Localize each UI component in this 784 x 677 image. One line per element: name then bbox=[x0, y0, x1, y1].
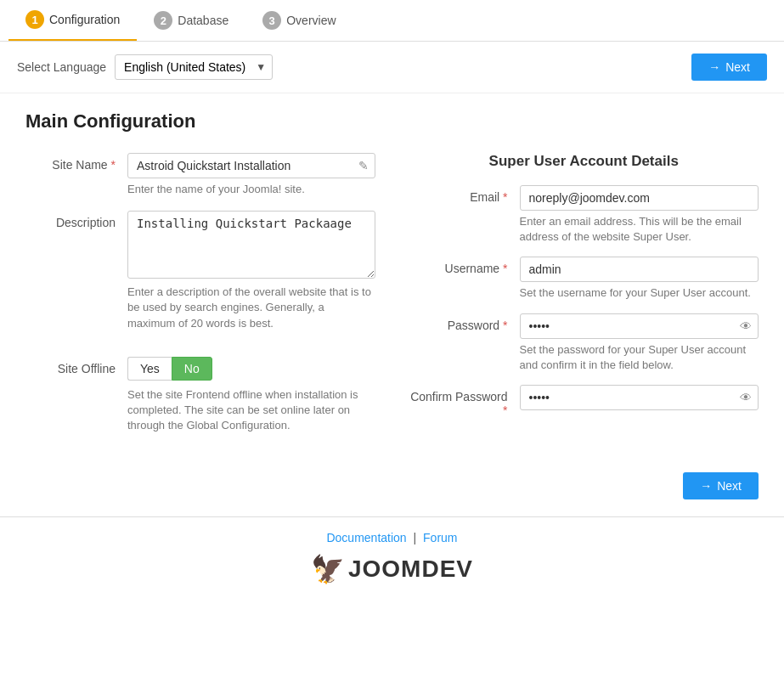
site-offline-toggle-group: Yes No bbox=[127, 357, 375, 381]
site-name-help: Enter the name of your Joomla! site. bbox=[127, 182, 375, 197]
tab-overview[interactable]: 3 Overview bbox=[245, 1, 353, 40]
site-offline-row: Site Offline Yes No Set the site Fronten… bbox=[25, 357, 375, 434]
email-help: Enter an email address. This will be the… bbox=[520, 214, 759, 245]
two-col-layout: Site Name * ✎ Enter the name of your Joo… bbox=[25, 153, 759, 447]
password-input-wrapper: 👁 bbox=[520, 313, 759, 339]
confirm-password-required: * bbox=[503, 403, 507, 417]
lang-select-group: Select Language English (United States) … bbox=[17, 54, 273, 80]
bottom-nav: → Next bbox=[0, 464, 784, 516]
lang-select[interactable]: English (United States) bbox=[115, 54, 273, 80]
site-name-required: * bbox=[111, 158, 116, 172]
tab-configuration[interactable]: 1 Configuration bbox=[8, 0, 137, 41]
next-label-bottom: Next bbox=[717, 479, 742, 493]
tab-num-overview: 3 bbox=[262, 11, 281, 30]
tab-label-configuration: Configuration bbox=[49, 13, 120, 26]
page-footer: Documentation | Forum 🦅 JOOMDEV bbox=[0, 516, 784, 602]
next-button-bottom[interactable]: → Next bbox=[683, 472, 759, 499]
username-control: Set the username for your Super User acc… bbox=[520, 257, 759, 301]
confirm-password-input-wrapper: 👁 bbox=[520, 385, 759, 410]
footer-logo: 🦅 JOOMDEV bbox=[0, 553, 784, 585]
confirm-password-input[interactable] bbox=[520, 385, 759, 410]
password-control: 👁 Set the password for your Super User a… bbox=[520, 313, 759, 373]
site-name-control: ✎ Enter the name of your Joomla! site. bbox=[127, 153, 375, 197]
left-column: Site Name * ✎ Enter the name of your Joo… bbox=[25, 153, 375, 447]
next-label-top: Next bbox=[725, 60, 750, 74]
description-label: Description bbox=[25, 211, 127, 229]
description-control: Installing Quickstart Packaage Enter a d… bbox=[127, 211, 375, 331]
tabs-bar: 1 Configuration 2 Database 3 Overview bbox=[0, 0, 784, 42]
description-help: Enter a description of the overall websi… bbox=[127, 285, 375, 331]
site-name-label: Site Name * bbox=[25, 153, 127, 172]
lang-select-wrapper: English (United States) ▼ bbox=[115, 54, 273, 80]
section-title: Main Configuration bbox=[25, 110, 759, 133]
email-control: Enter an email address. This will be the… bbox=[520, 185, 759, 245]
confirm-password-label: Confirm Password * bbox=[409, 385, 520, 417]
tab-num-database: 2 bbox=[154, 11, 172, 30]
site-name-input[interactable] bbox=[127, 153, 375, 178]
site-offline-label: Site Offline bbox=[25, 357, 127, 375]
site-offline-no-button[interactable]: No bbox=[172, 357, 212, 381]
email-label: Email * bbox=[409, 185, 520, 204]
site-name-input-wrapper: ✎ bbox=[127, 153, 375, 178]
super-user-title: Super User Account Details bbox=[409, 153, 759, 170]
site-offline-control: Yes No Set the site Frontend offline whe… bbox=[127, 357, 375, 434]
email-input[interactable] bbox=[520, 185, 759, 211]
password-toggle-icon[interactable]: 👁 bbox=[740, 319, 752, 333]
right-column: Super User Account Details Email * Enter… bbox=[409, 153, 759, 447]
username-input[interactable] bbox=[520, 257, 759, 282]
username-label: Username * bbox=[409, 257, 520, 275]
confirm-password-control: 👁 bbox=[520, 385, 759, 410]
email-required: * bbox=[503, 190, 507, 204]
password-label: Password * bbox=[409, 313, 520, 332]
password-input[interactable] bbox=[520, 313, 759, 339]
docs-link[interactable]: Documentation bbox=[326, 531, 406, 544]
tab-label-database: Database bbox=[178, 14, 228, 27]
email-row: Email * Enter an email address. This wil… bbox=[409, 185, 759, 245]
username-help: Set the username for your Super User acc… bbox=[520, 285, 759, 301]
next-arrow-icon-bottom: → bbox=[700, 479, 712, 493]
confirm-password-toggle-icon[interactable]: 👁 bbox=[740, 391, 752, 404]
main-content: Main Configuration Site Name * ✎ Enter t… bbox=[0, 93, 784, 464]
next-button-top[interactable]: → Next bbox=[691, 54, 767, 81]
logo-bird-icon: 🦅 bbox=[311, 553, 345, 585]
site-name-edit-icon[interactable]: ✎ bbox=[358, 159, 369, 172]
username-row: Username * Set the username for your Sup… bbox=[409, 257, 759, 301]
password-help: Set the password for your Super User acc… bbox=[520, 342, 759, 373]
tab-num-configuration: 1 bbox=[25, 10, 44, 29]
footer-links: Documentation | Forum bbox=[0, 531, 784, 544]
tab-label-overview: Overview bbox=[286, 14, 336, 27]
password-required: * bbox=[503, 319, 507, 332]
site-name-row: Site Name * ✎ Enter the name of your Joo… bbox=[25, 153, 375, 197]
confirm-password-row: Confirm Password * 👁 bbox=[409, 385, 759, 417]
site-offline-yes-button[interactable]: Yes bbox=[127, 357, 172, 381]
header-row: Select Language English (United States) … bbox=[0, 42, 784, 93]
password-row: Password * 👁 Set the password for your S… bbox=[409, 313, 759, 373]
logo-text: JOOMDEV bbox=[348, 556, 473, 583]
username-required: * bbox=[503, 262, 507, 275]
lang-label: Select Language bbox=[17, 60, 106, 74]
tab-database[interactable]: 2 Database bbox=[137, 1, 245, 40]
site-offline-help: Set the site Frontend offline when insta… bbox=[127, 387, 375, 434]
footer-separator: | bbox=[414, 531, 417, 544]
description-input[interactable]: Installing Quickstart Packaage bbox=[127, 211, 375, 279]
forum-link[interactable]: Forum bbox=[423, 531, 457, 544]
description-row: Description Installing Quickstart Packaa… bbox=[25, 211, 375, 331]
next-arrow-icon: → bbox=[708, 60, 720, 74]
